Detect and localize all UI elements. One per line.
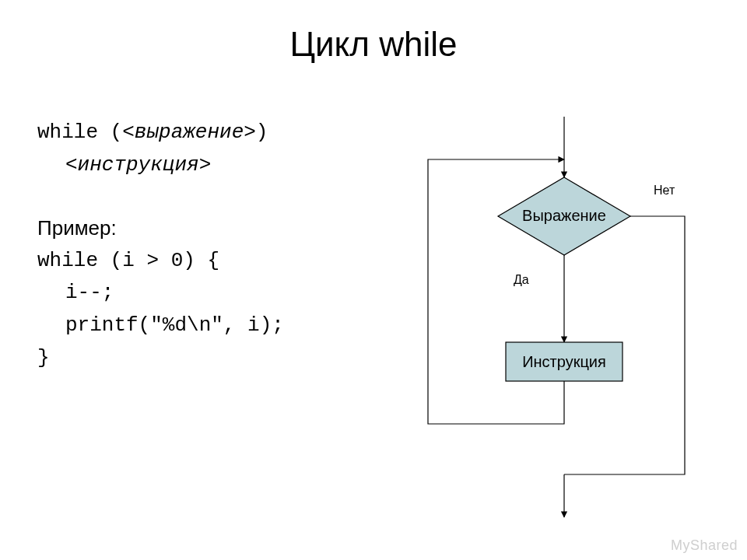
page-title: Цикл while bbox=[0, 25, 747, 64]
code-block: while (<выражение>) <инструкция> Пример:… bbox=[37, 117, 284, 374]
example-heading: Пример: bbox=[37, 212, 284, 245]
flowchart: Выражение Нет Да Инструкция bbox=[397, 117, 731, 521]
example-line-1: while (i > 0) { bbox=[37, 245, 284, 278]
syntax-line-1: while (<выражение>) bbox=[37, 117, 284, 149]
syntax-line-2: <инструкция> bbox=[37, 149, 284, 182]
syntax-while-close: ) bbox=[256, 121, 268, 144]
watermark: MyShared bbox=[671, 537, 738, 554]
example-line-4: } bbox=[37, 342, 284, 375]
edge-label-yes: Да bbox=[514, 273, 529, 286]
example-line-2: i--; bbox=[37, 277, 284, 310]
expression-placeholder: <выражение> bbox=[122, 121, 256, 144]
example-line-3: printf("%d\n", i); bbox=[37, 310, 284, 342]
decision-label: Выражение bbox=[522, 207, 606, 224]
syntax-while-open: while ( bbox=[37, 121, 122, 144]
edge-label-no: Нет bbox=[654, 184, 675, 197]
process-label: Инструкция bbox=[522, 353, 606, 370]
spacer bbox=[37, 181, 284, 212]
